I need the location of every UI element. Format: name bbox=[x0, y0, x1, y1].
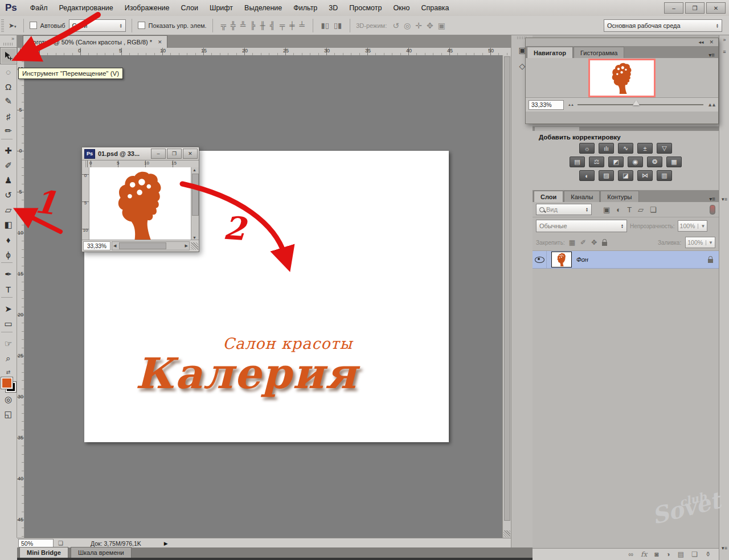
layer-filter-select[interactable]: Вид bbox=[536, 204, 592, 215]
channel-mixer-icon[interactable]: ❂ bbox=[647, 157, 662, 167]
menu-item[interactable]: Редактирование bbox=[54, 2, 118, 14]
lock-transparency-icon[interactable]: ▦ bbox=[569, 238, 575, 246]
status-expand-icon[interactable]: ▶ bbox=[164, 541, 168, 546]
blur-tool[interactable]: ♦ bbox=[1, 232, 16, 247]
brush-tool[interactable]: ✐ bbox=[1, 158, 16, 173]
delete-layer-icon[interactable]: ⚱ bbox=[705, 550, 711, 558]
gradient-tool[interactable]: ◧ bbox=[1, 217, 16, 232]
blend-mode-select[interactable]: Обычные bbox=[536, 220, 627, 232]
quick-selection-tool[interactable]: ✎ bbox=[1, 94, 16, 109]
zoom-tool[interactable]: ⌕ bbox=[1, 351, 16, 366]
close-tab-icon[interactable]: ✕ bbox=[158, 39, 162, 45]
horizontal-scrollbar[interactable] bbox=[112, 241, 190, 250]
link-layers-icon[interactable]: ∞ bbox=[629, 550, 634, 558]
filter-pixel-layers-icon[interactable]: ▣ bbox=[603, 205, 610, 214]
tab-mini-bridge[interactable]: Mini Bridge bbox=[19, 547, 68, 558]
menu-item[interactable]: Изображение bbox=[120, 2, 175, 14]
menu-item[interactable]: Окно bbox=[388, 2, 415, 14]
show-transform-controls-checkbox[interactable] bbox=[138, 22, 145, 29]
layer-row-background[interactable]: Фон bbox=[533, 251, 719, 269]
brightness-contrast-icon[interactable]: ☼ bbox=[579, 143, 595, 154]
distribute-top-edges-icon[interactable]: ╤ bbox=[280, 21, 285, 30]
3d-scale-icon[interactable]: ▣ bbox=[438, 21, 445, 30]
panel-menu-icon[interactable]: ▾≡ bbox=[705, 52, 718, 58]
align-horizontal-centers-icon[interactable]: ╫ bbox=[260, 21, 265, 30]
minimize-button[interactable]: – bbox=[664, 2, 683, 14]
layer-style-icon[interactable]: fx bbox=[641, 550, 647, 558]
move-tool[interactable] bbox=[0, 47, 17, 64]
rectangle-tool[interactable]: ▭ bbox=[1, 316, 16, 331]
filter-type-layers-icon[interactable]: T bbox=[627, 205, 632, 214]
lock-pixels-icon[interactable]: ✐ bbox=[580, 238, 586, 246]
path-selection-tool[interactable]: ➤ bbox=[1, 302, 16, 316]
3d-rotate-icon[interactable]: ↺ bbox=[392, 21, 399, 30]
navigator-zoom-field[interactable]: 33,33% bbox=[529, 100, 564, 110]
distribute-vertical-centers-icon[interactable]: ╪ bbox=[289, 21, 294, 30]
color-lookup-icon[interactable]: ▦ bbox=[666, 157, 682, 167]
pen-tool[interactable]: ✒ bbox=[1, 267, 16, 282]
posterize-icon[interactable]: ▨ bbox=[599, 170, 614, 181]
swap-colors-icon[interactable]: ⇄ bbox=[6, 369, 11, 375]
tab-histogram[interactable]: Гистограмма bbox=[574, 47, 625, 58]
new-adjustment-layer-icon[interactable]: ◑ bbox=[666, 550, 670, 558]
eraser-tool[interactable]: ▱ bbox=[1, 203, 16, 217]
zoom-level-field[interactable]: 50% bbox=[18, 539, 54, 547]
filter-adjustment-layers-icon[interactable]: ◐ bbox=[616, 205, 621, 214]
spot-healing-brush-tool[interactable]: ✚ bbox=[1, 143, 16, 158]
resize-grip-icon[interactable] bbox=[191, 242, 198, 250]
layer-filter-toggle[interactable] bbox=[710, 205, 715, 215]
selective-color-icon[interactable]: ⋈ bbox=[637, 170, 653, 181]
vertical-scrollbar[interactable] bbox=[191, 167, 199, 240]
new-layer-icon[interactable]: ❏ bbox=[691, 550, 698, 558]
gradient-map-icon[interactable]: ▥ bbox=[657, 170, 672, 181]
workspace-select[interactable]: Основная рабочая среда bbox=[604, 19, 722, 32]
type-tool[interactable]: T bbox=[1, 282, 16, 297]
exposure-icon[interactable]: ± bbox=[637, 143, 653, 154]
distribute-bottom-edges-icon[interactable]: ╧ bbox=[299, 21, 304, 30]
autoselect-target-select[interactable]: Слой bbox=[69, 19, 126, 32]
resize-grip-icon[interactable] bbox=[503, 530, 510, 537]
add-layer-mask-icon[interactable]: ◙ bbox=[654, 550, 658, 558]
menu-item[interactable]: Выделение bbox=[239, 2, 287, 14]
align-left-edges-icon[interactable]: ╠ bbox=[250, 21, 255, 30]
navigator-proxy-view[interactable] bbox=[588, 59, 656, 97]
lock-position-icon[interactable]: ✥ bbox=[591, 238, 597, 246]
3d-drag-icon[interactable]: ✛ bbox=[415, 21, 422, 30]
panel-menu-icon[interactable]: ▾≡ bbox=[706, 196, 719, 202]
filter-smart-objects-icon[interactable]: ❏ bbox=[650, 205, 657, 214]
expand-dock-icon[interactable]: » bbox=[720, 37, 728, 43]
align-top-edges-icon[interactable]: ╦ bbox=[221, 21, 226, 30]
visibility-eye-icon[interactable] bbox=[535, 257, 544, 263]
drag-grip-icon[interactable] bbox=[1, 19, 4, 32]
tab-layers[interactable]: Слои bbox=[534, 191, 563, 202]
layer-thumbnail[interactable] bbox=[552, 252, 571, 267]
menu-item[interactable]: Шрифт bbox=[204, 2, 238, 14]
floating-document-canvas[interactable] bbox=[89, 167, 191, 240]
float-close-button[interactable]: ✕ bbox=[183, 149, 198, 159]
chevron-down-icon[interactable]: ▼ bbox=[706, 240, 713, 245]
zoom-level-field[interactable]: 33,33% bbox=[83, 241, 110, 250]
3d-roll-icon[interactable]: ◎ bbox=[404, 21, 411, 30]
dodge-tool[interactable]: ϕ bbox=[1, 247, 16, 262]
vertical-scrollbar[interactable] bbox=[502, 55, 511, 538]
distribute-horizontal-icon[interactable]: ▮▯ bbox=[321, 21, 329, 30]
lasso-tool[interactable]: Ω bbox=[1, 79, 16, 94]
menu-item[interactable]: 3D bbox=[323, 2, 343, 14]
invert-icon[interactable]: ◐ bbox=[579, 170, 595, 181]
panel-menu-icon[interactable]: ≡ bbox=[720, 49, 728, 55]
black-white-icon[interactable]: ◩ bbox=[608, 157, 624, 167]
menu-item[interactable]: Фильтр bbox=[288, 2, 322, 14]
tab-timeline[interactable]: Шкала времени bbox=[71, 547, 132, 558]
opacity-combo[interactable]: 100%▼ bbox=[678, 220, 708, 232]
canvas-area[interactable]: 105051015202530354045 Салон красоты Кале… bbox=[17, 55, 511, 538]
document-tab[interactable]: логотип @ 50% (Салон красоты , RGB/8) * … bbox=[23, 35, 167, 48]
photo-filter-icon[interactable]: ◉ bbox=[628, 157, 643, 167]
autoselect-checkbox[interactable] bbox=[30, 22, 37, 29]
filter-shape-layers-icon[interactable]: ▱ bbox=[638, 205, 644, 214]
move-tool-preset-icon[interactable]: ➤▾ bbox=[7, 22, 18, 30]
distribute-vertical-icon[interactable]: ▯▮ bbox=[334, 21, 342, 30]
foreground-color-swatch[interactable] bbox=[1, 377, 13, 389]
floating-window-titlebar[interactable]: Ps 01.psd @ 33... –❐✕ bbox=[82, 147, 199, 160]
history-brush-tool[interactable]: ↺ bbox=[1, 188, 16, 203]
zoom-in-icon[interactable]: ▲▲ bbox=[707, 102, 715, 108]
